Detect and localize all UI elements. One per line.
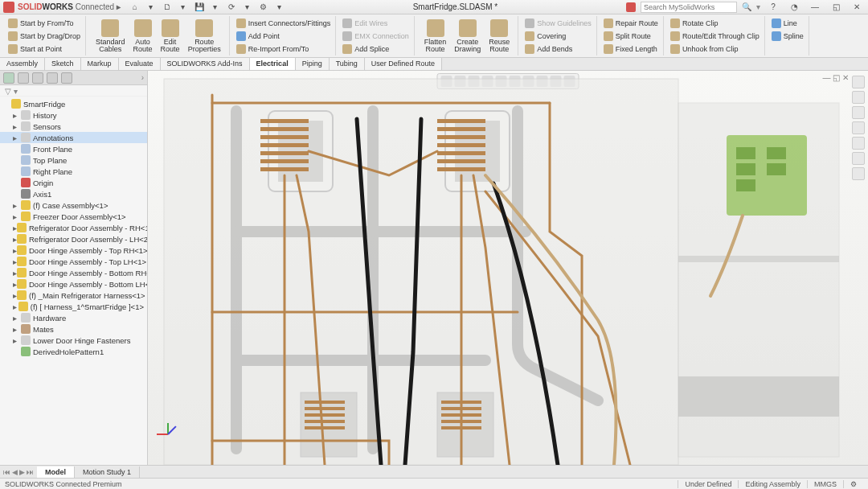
display-manager-tab-icon[interactable] <box>61 72 72 84</box>
tree-node[interactable]: ▸Mates <box>0 323 147 335</box>
tab-first-icon[interactable]: ⏮ <box>3 468 10 476</box>
open-icon[interactable]: ▾ <box>178 2 188 12</box>
tree-node[interactable]: Top Plane <box>0 154 147 166</box>
subtab-sketch[interactable]: Sketch <box>45 58 81 70</box>
flatten-route-button[interactable]: Flatten Route <box>421 18 450 55</box>
tree-node[interactable]: ▸Sensors <box>0 121 147 132</box>
document-title: SmartFridge.SLDASM * <box>285 2 626 11</box>
subtab-evaluate[interactable]: Evaluate <box>119 58 161 70</box>
rebuild-icon[interactable]: ⟳ <box>227 2 236 12</box>
start-at-point-button[interactable]: Start at Point <box>8 43 80 55</box>
tree-node[interactable]: ▸Door Hinge Assembly - Top RH<1> <box>0 244 147 256</box>
svg-rect-17 <box>260 127 309 131</box>
subtab-user-defined-route[interactable]: User Defined Route <box>365 58 442 70</box>
tree-node[interactable]: ▸(f) [ Harness_1^SmartFridge ]<1> <box>0 301 147 312</box>
route-through-clip-button[interactable]: Route/Edit Through Clip <box>670 31 760 42</box>
tree-node[interactable]: ▸History <box>0 109 147 121</box>
tree-node[interactable]: Front Plane <box>0 143 147 154</box>
tree-filter[interactable]: ▽ ▾ <box>0 85 147 97</box>
add-splice-button[interactable]: Add Splice <box>342 43 409 55</box>
dimxpert-tab-icon[interactable] <box>47 72 58 84</box>
subtab-assembly[interactable]: Assembly <box>0 58 45 70</box>
minimize-icon[interactable]: — <box>807 2 823 11</box>
more-icon[interactable]: ▾ <box>275 2 285 12</box>
edit-route-button[interactable]: Edit Route <box>158 18 183 55</box>
add-point-button[interactable]: Add Point <box>236 31 331 42</box>
restore-icon[interactable]: ◱ <box>828 2 844 11</box>
status-menu-icon[interactable]: ⚙ <box>843 480 863 488</box>
subtab-electrical[interactable]: Electrical <box>250 58 296 70</box>
settings-icon[interactable]: ⚙ <box>259 2 268 12</box>
new-icon[interactable]: 🗋 <box>162 2 172 12</box>
close-icon[interactable]: ✕ <box>849 2 865 11</box>
home-icon[interactable]: ⌂ <box>130 2 140 12</box>
show-guidelines-button[interactable]: Show Guidelines <box>525 18 592 29</box>
tree-node[interactable]: Right Plane <box>0 166 147 177</box>
repair-route-button[interactable]: Repair Route <box>604 18 658 29</box>
tab-prev-icon[interactable]: ◀ <box>12 468 18 476</box>
status-units[interactable]: MMGS <box>807 480 843 488</box>
notify-icon[interactable]: ◔ <box>786 2 802 11</box>
edit-wires-button[interactable]: Edit Wires <box>342 18 409 29</box>
ribbon-group-show: Show Guidelines Covering Add Bends <box>520 16 597 55</box>
tree-node[interactable]: DerivedHolePattern1 <box>0 346 147 357</box>
tree-node[interactable]: ▸(f) _Main Refrigerator Harness<1> <box>0 290 147 301</box>
subtab-markup[interactable]: Markup <box>81 58 119 70</box>
route-properties-button[interactable]: Route Properties <box>185 18 224 55</box>
tree-node[interactable]: ▸Refrigerator Door Assembly - LH<2> <box>0 233 147 244</box>
search-input[interactable] <box>641 2 737 13</box>
configuration-tab-icon[interactable] <box>32 72 43 84</box>
line-button[interactable]: Line <box>772 18 804 29</box>
tree-node[interactable]: SmartFridge <box>0 98 147 109</box>
panel-expand-icon[interactable]: › <box>141 73 144 82</box>
search-icon[interactable]: 🔍 <box>742 2 751 11</box>
reuse-route-button[interactable]: Reuse Route <box>485 18 513 55</box>
rotate-clip-button[interactable]: Rotate Clip <box>670 18 760 29</box>
insert-connectors-button[interactable]: Insert Connectors/Fittings <box>236 18 331 29</box>
graphics-viewport[interactable]: — ◱ ✕ <box>148 71 868 465</box>
standard-cables-button[interactable]: Standard Cables <box>92 18 129 55</box>
start-drag-drop-button[interactable]: Start by Drag/Drop <box>8 31 80 42</box>
tree-node[interactable]: ▸Hardware <box>0 312 147 323</box>
tab-next-icon[interactable]: ▶ <box>19 468 25 476</box>
tree-node[interactable]: ▸Door Hinge Assembly - Top LH<1> <box>0 256 147 267</box>
recent-icon[interactable]: ▾ <box>146 2 156 12</box>
split-route-button[interactable]: Split Route <box>604 31 658 42</box>
options-icon[interactable]: ▾ <box>243 2 252 12</box>
tree-node[interactable]: ▸Annotations <box>0 132 147 143</box>
fixed-length-button[interactable]: Fixed Length <box>604 43 658 55</box>
reimport-button[interactable]: Re-Import From/To <box>236 43 331 55</box>
panel-tabs: › <box>0 71 147 85</box>
bottom-tab-motion-study-1[interactable]: Motion Study 1 <box>75 466 140 478</box>
tree-node[interactable]: ▸Door Hinge Assembly - Bottom LH<1> <box>0 278 147 290</box>
property-manager-tab-icon[interactable] <box>18 72 29 84</box>
tree-node[interactable]: ▸Door Hinge Assembly - Bottom RH<1> <box>0 267 147 278</box>
covering-button[interactable]: Covering <box>525 31 592 42</box>
create-drawing-button[interactable]: Create Drawing <box>451 18 484 55</box>
tree-node[interactable]: ▸Lower Door Hinge Fasteners <box>0 335 147 346</box>
print-icon[interactable]: ▾ <box>211 2 220 12</box>
tree-node[interactable]: ▸Freezer Door Assembly<1> <box>0 211 147 222</box>
tree-node[interactable]: Axis1 <box>0 188 147 199</box>
model-render <box>148 71 855 465</box>
subtab-tubing[interactable]: Tubing <box>330 58 365 70</box>
subtab-piping[interactable]: Piping <box>296 58 330 70</box>
subtab-solidworks-add-ins[interactable]: SOLIDWORKS Add-Ins <box>161 58 250 70</box>
svg-rect-3 <box>678 376 839 417</box>
tree-node[interactable]: ▸Refrigerator Door Assembly - RH<1> <box>0 222 147 233</box>
tree-node[interactable]: Origin <box>0 177 147 188</box>
spline-button[interactable]: Spline <box>772 31 804 42</box>
emx-connection-button[interactable]: EMX Connection <box>342 31 409 42</box>
auto-route-button[interactable]: Auto Route <box>130 18 156 55</box>
help-icon[interactable]: ? <box>765 2 781 11</box>
save-icon[interactable]: 💾 <box>194 2 204 12</box>
tree-node[interactable]: ▸(f) Case Assembly<1> <box>0 199 147 211</box>
view-triad[interactable] <box>156 417 180 441</box>
tab-last-icon[interactable]: ⏭ <box>27 468 34 476</box>
ribbon-group-flatten: Flatten Route Create Drawing Reuse Route <box>416 16 519 55</box>
start-from-to-button[interactable]: Start by From/To <box>8 18 80 29</box>
feature-tree-tab-icon[interactable] <box>3 72 14 84</box>
add-bends-button[interactable]: Add Bends <box>525 43 592 55</box>
bottom-tab-model[interactable]: Model <box>37 466 75 478</box>
unhook-clip-button[interactable]: Unhook from Clip <box>670 43 760 55</box>
